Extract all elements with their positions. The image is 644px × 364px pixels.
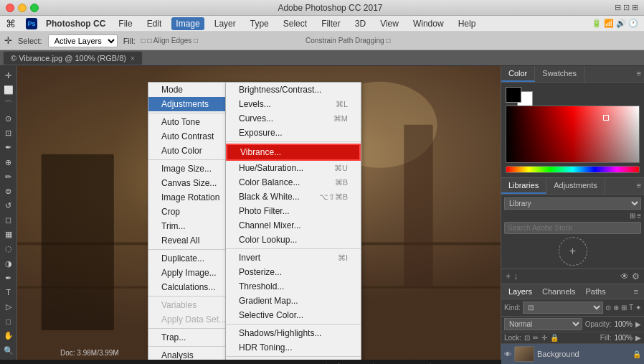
- adj-color-lookup[interactable]: Color Lookup...: [226, 233, 361, 247]
- adj-black-white[interactable]: Black & White... ⌥⇧⌘B: [226, 190, 361, 204]
- clone-tool[interactable]: ⊜: [1, 185, 16, 197]
- adj-invert[interactable]: Invert ⌘I: [226, 251, 361, 265]
- eyedropper-tool[interactable]: ✒: [1, 141, 16, 154]
- panel-menu-icon[interactable]: ≡: [634, 66, 644, 82]
- list-view-icon[interactable]: ≡: [637, 212, 641, 220]
- menu-help[interactable]: Help: [454, 17, 480, 30]
- maximize-button[interactable]: [30, 4, 39, 12]
- filter-icon-4[interactable]: T: [629, 304, 633, 312]
- hue-slider[interactable]: [506, 166, 640, 173]
- window-controls[interactable]: [6, 4, 39, 12]
- active-layers-select[interactable]: Active Layers: [48, 34, 118, 47]
- filter-icon-3[interactable]: ⊞: [621, 304, 627, 312]
- menu-layer[interactable]: Layer: [210, 17, 240, 30]
- quick-select-tool[interactable]: ⊙: [1, 112, 16, 125]
- tab-layers[interactable]: Layers: [504, 286, 536, 297]
- apple-logo[interactable]: ⌘: [6, 18, 16, 29]
- tab-libraries[interactable]: Libraries: [501, 178, 546, 194]
- grid-view-icon[interactable]: ⊞: [630, 212, 635, 220]
- adj-photo-filter[interactable]: Photo Filter...: [226, 204, 361, 218]
- adj-selective-color[interactable]: Selective Color...: [226, 308, 361, 322]
- move-tool[interactable]: ✛: [1, 69, 16, 82]
- menu-filter[interactable]: Filter: [317, 17, 345, 30]
- download-icon[interactable]: ↓: [513, 271, 518, 281]
- filter-icon-5[interactable]: ✦: [635, 304, 641, 312]
- menu-image[interactable]: Image: [171, 17, 204, 30]
- library-selector[interactable]: Library: [504, 197, 641, 210]
- layers-section: Layers Channels Paths ≡ Kind: ⊡ ⊙ ⊕ ⊞ T …: [501, 284, 644, 364]
- menu-select[interactable]: Select: [279, 17, 311, 30]
- fill-arrow[interactable]: ▶: [635, 334, 641, 342]
- color-gradient-bar[interactable]: [506, 106, 640, 163]
- document-tab[interactable]: © Vibrance.jpg @ 100% (RGB/8) ×: [3, 51, 143, 65]
- close-button[interactable]: [6, 4, 14, 12]
- adj-posterize[interactable]: Posterize...: [226, 265, 361, 279]
- layer-background[interactable]: 👁 Background 🔒: [501, 344, 644, 364]
- menubar-right: 🔋 📶 🔊 🕐: [592, 19, 638, 28]
- healing-brush-tool[interactable]: ⊕: [1, 156, 16, 169]
- adj-hue-saturation[interactable]: Hue/Saturation... ⌘U: [226, 161, 361, 175]
- eye-icon[interactable]: 👁: [620, 271, 629, 281]
- tab-close[interactable]: ×: [131, 55, 135, 62]
- marquee-tool[interactable]: ⬜: [1, 83, 16, 96]
- menu-edit[interactable]: Edit: [143, 17, 166, 30]
- adj-desaturate[interactable]: Desaturate ⇧⌘U: [226, 358, 361, 360]
- lock-all-icon[interactable]: 🔒: [550, 334, 559, 342]
- brush-tool[interactable]: ✏: [1, 170, 16, 183]
- path-select-tool[interactable]: ▷: [1, 301, 16, 314]
- adj-color-balance[interactable]: Color Balance... ⌘B: [226, 175, 361, 190]
- hand-tool[interactable]: ✋: [1, 330, 16, 342]
- tab-channels[interactable]: Channels: [538, 286, 579, 297]
- adj-levels[interactable]: Levels... ⌘L: [226, 97, 361, 111]
- layer-kind-select[interactable]: ⊡: [523, 302, 603, 314]
- adj-exposure[interactable]: Exposure...: [226, 126, 361, 140]
- text-tool[interactable]: T: [1, 286, 16, 299]
- layers-panel-menu[interactable]: ≡: [631, 286, 641, 297]
- app-name: Photoshop CC: [46, 19, 105, 29]
- blur-tool[interactable]: ◌: [1, 243, 16, 256]
- tab-color[interactable]: Color: [501, 66, 535, 82]
- adj-channel-mixer[interactable]: Channel Mixer...: [226, 218, 361, 233]
- adj-shadows-highlights[interactable]: Shadows/Highlights...: [226, 326, 361, 340]
- adobe-stock-search[interactable]: [504, 222, 641, 234]
- eraser-tool[interactable]: ◻: [1, 214, 16, 227]
- adj-vibrance[interactable]: Vibrance...: [226, 144, 361, 161]
- lib-panel-menu-icon[interactable]: ≡: [634, 178, 644, 194]
- history-brush-tool[interactable]: ↺: [1, 199, 16, 212]
- filter-icon-1[interactable]: ⊙: [605, 304, 611, 312]
- adj-brightness-contrast[interactable]: Brightness/Contrast...: [226, 83, 361, 97]
- crop-tool[interactable]: ⊡: [1, 127, 16, 140]
- adj-curves[interactable]: Curves... ⌘M: [226, 111, 361, 126]
- zoom-tool[interactable]: 🔍: [1, 344, 16, 357]
- dodge-tool[interactable]: ◑: [1, 257, 16, 270]
- menu-3d[interactable]: 3D: [351, 17, 370, 30]
- opacity-arrow[interactable]: ▶: [635, 320, 641, 328]
- settings-icon[interactable]: ⚙: [632, 271, 640, 281]
- menu-type[interactable]: Type: [246, 17, 273, 30]
- layer-eye-icon[interactable]: 👁: [504, 350, 511, 358]
- add-library-icon[interactable]: +: [506, 271, 511, 281]
- lasso-tool[interactable]: ⌒: [1, 98, 16, 111]
- lock-position-icon[interactable]: ✛: [541, 334, 547, 342]
- minimize-button[interactable]: [18, 4, 27, 12]
- move-tool-icon[interactable]: ✛: [4, 35, 12, 46]
- adj-threshold[interactable]: Threshold...: [226, 279, 361, 294]
- tab-paths[interactable]: Paths: [582, 286, 610, 297]
- menu-window[interactable]: Window: [409, 17, 448, 30]
- shape-tool[interactable]: □: [1, 315, 16, 328]
- adj-hdr-toning[interactable]: HDR Toning...: [226, 340, 361, 355]
- lock-label: Lock:: [504, 334, 521, 342]
- adj-gradient-map[interactable]: Gradient Map...: [226, 294, 361, 308]
- blend-mode-select[interactable]: Normal: [504, 318, 582, 330]
- lock-brush-icon[interactable]: ✏: [533, 334, 539, 342]
- tab-adjustments[interactable]: Adjustments: [546, 178, 605, 194]
- gradient-tool[interactable]: ▦: [1, 228, 16, 241]
- menu-file[interactable]: File: [114, 17, 136, 30]
- filter-icon-2[interactable]: ⊕: [613, 304, 619, 312]
- tab-swatches[interactable]: Swatches: [535, 66, 584, 82]
- menu-view[interactable]: View: [376, 17, 403, 30]
- foreground-color[interactable]: [506, 87, 521, 103]
- lock-transparent-icon[interactable]: ⊡: [524, 334, 530, 342]
- layer-thumbnail: [514, 346, 534, 362]
- pen-tool[interactable]: ✒: [1, 271, 16, 284]
